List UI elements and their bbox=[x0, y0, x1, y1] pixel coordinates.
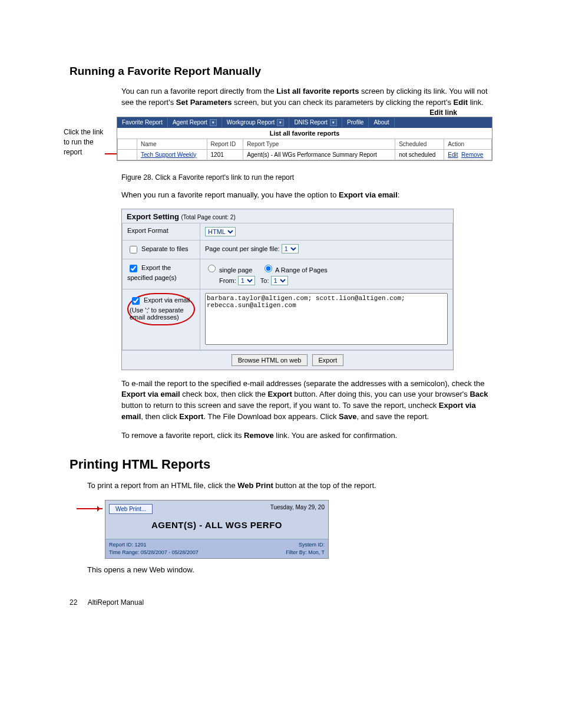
label-filter: Filter By: Mon, T bbox=[286, 549, 325, 556]
col-report-id: Report ID bbox=[207, 139, 243, 149]
email-instructions-paragraph: To e-mail the report to the specified e-… bbox=[121, 378, 492, 423]
tab-favorite-report[interactable]: Favorite Report bbox=[117, 117, 168, 128]
print-instructions-paragraph: To print a report from an HTML file, cli… bbox=[87, 480, 492, 492]
arrow-icon bbox=[77, 508, 103, 509]
single-page-radio[interactable] bbox=[208, 265, 216, 272]
tab-profile[interactable]: Profile bbox=[342, 117, 369, 128]
favorite-report-screenshot: Favorite Report Agent Report▾ Workgroup … bbox=[117, 117, 492, 161]
annotation-click-link: Click the link to run the report bbox=[64, 127, 111, 158]
table-row: Tech Support Weekly 1201 Agent(s) - All … bbox=[118, 149, 492, 160]
panel-title: Export Setting (Total Page count: 2) bbox=[122, 209, 453, 223]
export-email-checkbox[interactable] bbox=[132, 297, 140, 305]
email-addresses-textarea[interactable] bbox=[205, 293, 448, 345]
annotation-edit-link: Edit link bbox=[429, 108, 457, 117]
from-select[interactable]: 1 bbox=[238, 276, 255, 285]
to-select[interactable]: 1 bbox=[271, 276, 288, 285]
opens-window-paragraph: This opens a new Web window. bbox=[87, 565, 492, 576]
text: link. bbox=[468, 98, 484, 107]
figure-web-print: Web Print... Tuesday, May 29, 20 AGENT(S… bbox=[105, 500, 329, 559]
separate-files-checkbox[interactable] bbox=[130, 246, 137, 253]
figure-caption: Figure 28. Click a Favorite report's lin… bbox=[121, 173, 492, 182]
footer-title: AltiReport Manual bbox=[88, 598, 144, 607]
export-button[interactable]: Export bbox=[312, 354, 344, 366]
cell-report-type: Agent(s) - All WGs Performance Summary R… bbox=[243, 149, 395, 160]
range-pages-radio[interactable] bbox=[265, 265, 272, 272]
col-action: Action bbox=[444, 139, 492, 149]
label-single-page: single page bbox=[219, 266, 252, 274]
chevron-down-icon[interactable]: ▾ bbox=[277, 119, 284, 126]
intro-paragraph: You can run a favorite report directly f… bbox=[121, 86, 492, 108]
heading-running-favorite: Running a Favorite Report Manually bbox=[70, 65, 492, 78]
text-bold: Edit bbox=[454, 98, 468, 107]
label-range-pages: A Range of Pages bbox=[275, 266, 328, 274]
label-separate-files: Separate to files bbox=[141, 245, 189, 252]
text: screen, but you can check its parameters… bbox=[232, 98, 453, 107]
label-page-count: Page count per single file: bbox=[205, 245, 280, 252]
page-number: 22 bbox=[70, 598, 86, 607]
annotation-circle: Export via email (Use ';' to separate em… bbox=[127, 293, 195, 325]
chevron-down-icon[interactable]: ▾ bbox=[210, 119, 217, 126]
text-bold: Set Parameters bbox=[176, 98, 232, 107]
report-name-link[interactable]: Tech Support Weekly bbox=[141, 151, 196, 158]
col-scheduled: Scheduled bbox=[395, 139, 444, 149]
report-date: Tuesday, May 29, 20 bbox=[270, 504, 325, 514]
tab-dnis-report[interactable]: DNIS Report▾ bbox=[289, 117, 342, 128]
col-report-type: Report Type bbox=[243, 139, 395, 149]
list-title: List all favorite reports bbox=[117, 128, 492, 139]
export-setting-panel: Export Setting (Total Page count: 2) Exp… bbox=[121, 209, 454, 370]
label-to: To: bbox=[260, 277, 269, 284]
tab-workgroup-report[interactable]: Workgroup Report▾ bbox=[222, 117, 290, 128]
label-email-hint: (Use ';' to separate email addresses) bbox=[130, 307, 184, 321]
page-footer: 22 AltiReport Manual bbox=[70, 598, 144, 607]
chevron-down-icon[interactable]: ▾ bbox=[330, 119, 337, 126]
label-from: From: bbox=[219, 277, 236, 284]
web-print-button[interactable]: Web Print... bbox=[109, 504, 153, 514]
tab-bar: Favorite Report Agent Report▾ Workgroup … bbox=[117, 117, 492, 128]
remove-instructions-paragraph: To remove a favorite report, click its R… bbox=[121, 430, 492, 442]
label-report-id: Report ID: 1201 bbox=[109, 541, 199, 549]
cell-scheduled: not scheduled bbox=[395, 149, 444, 160]
favorite-reports-table: Name Report ID Report Type Scheduled Act… bbox=[117, 139, 492, 160]
cell-report-id: 1201 bbox=[207, 149, 243, 160]
page-count-select[interactable]: 1 bbox=[282, 244, 299, 253]
export-format-select[interactable]: HTML bbox=[205, 227, 236, 236]
label-export-format: Export Format bbox=[123, 223, 200, 240]
heading-printing-html: Printing HTML Reports bbox=[70, 457, 492, 472]
label-system-id: System ID: bbox=[286, 541, 325, 549]
edit-link[interactable]: Edit bbox=[448, 151, 458, 158]
remove-link[interactable]: Remove bbox=[461, 151, 483, 158]
text: You can run a favorite report directly f… bbox=[121, 87, 276, 95]
label-export-email: Export via email bbox=[144, 297, 190, 304]
export-pages-checkbox[interactable] bbox=[130, 265, 137, 272]
label-time-range: Time Range: 05/28/2007 - 05/28/2007 bbox=[109, 549, 199, 556]
browse-html-button[interactable]: Browse HTML on web bbox=[232, 354, 308, 366]
tab-agent-report[interactable]: Agent Report▾ bbox=[168, 117, 222, 128]
export-email-paragraph: When you run a favorite report manually,… bbox=[121, 190, 492, 201]
report-title: AGENT(S) - ALL WGS PERFO bbox=[105, 520, 328, 530]
figure-favorite-list: Edit link Click the link to run the repo… bbox=[70, 117, 492, 170]
tab-about[interactable]: About bbox=[369, 117, 394, 128]
col-name: Name bbox=[137, 139, 207, 149]
text-bold: List all favorite reports bbox=[276, 87, 359, 95]
